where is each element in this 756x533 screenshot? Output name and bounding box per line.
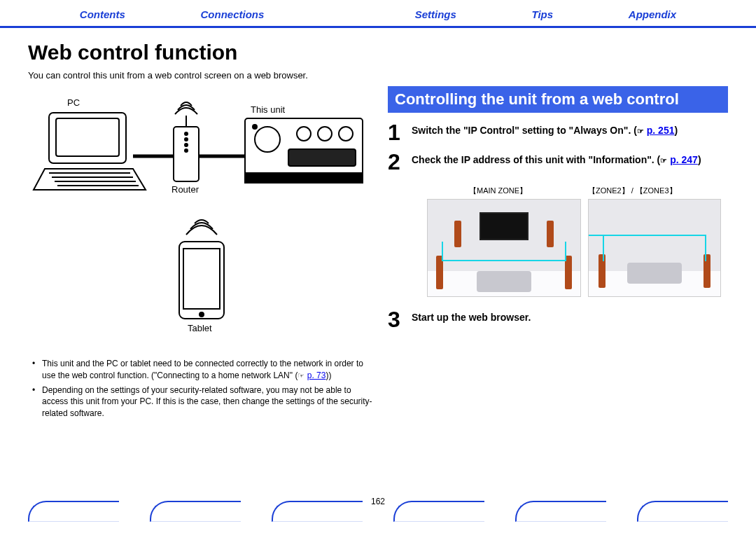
nav-appendix[interactable]: Appendix [629,8,676,20]
svg-point-16 [318,127,332,141]
nav-connections[interactable]: Connections [201,8,265,20]
svg-point-10 [185,144,188,146]
diagram-unit-label: This unit [251,104,286,115]
notes-section: This unit and the PC or tablet need to b… [28,358,378,420]
footer-curve [28,501,119,522]
svg-rect-1 [56,118,119,156]
step-3: 3 Start up the web browser. [388,308,728,331]
step-3-number: 3 [388,308,412,331]
page-title: Web control function [28,41,756,64]
zone-illustration: 【MAIN ZONE】 【ZONE2】 / 【ZONE3】 [427,186,728,297]
svg-rect-21 [183,249,220,309]
pointer-icon: ☞ [637,127,644,135]
network-diagram: PC [28,93,378,351]
section-subheader: Controlling the unit from a web control [388,86,728,113]
svg-point-15 [297,127,311,141]
top-nav: Contents Connections Settings Tips Appen… [0,0,756,28]
diagram-tablet-label: Tablet [188,323,212,333]
svg-point-11 [185,149,188,152]
step-2-number: 2 [388,151,412,173]
nav-settings[interactable]: Settings [415,8,456,20]
svg-point-19 [253,125,257,129]
link-p247[interactable]: p. 247 [670,154,698,165]
diagram-pc-label: PC [67,97,80,108]
link-p251[interactable]: p. 251 [647,125,675,136]
zone-main-room [427,199,581,297]
footer-curve [150,501,241,522]
step-1: 1 Switch the "IP Control" setting to "Al… [388,121,728,144]
svg-point-8 [185,132,188,135]
svg-point-9 [185,138,188,141]
zone-23-label: 【ZONE2】 / 【ZONE3】 [588,186,677,196]
svg-point-14 [255,127,280,152]
pointer-icon: ☞ [660,156,667,165]
link-p73[interactable]: p. 73 [307,371,326,380]
svg-point-17 [339,127,353,141]
footer-curve [637,501,728,522]
svg-rect-13 [245,173,363,183]
zone-main-label: 【MAIN ZONE】 [427,186,588,196]
intro-text: You can control this unit from a web con… [28,70,756,81]
nav-tips[interactable]: Tips [532,8,554,20]
diagram-router-label: Router [172,184,200,195]
footer-curve [393,501,484,522]
step-2: 2 Check the IP address of this unit with… [388,151,728,173]
svg-rect-18 [288,149,356,166]
zone-2-3-room [588,199,721,297]
note-2: Depending on the settings of your securi… [42,385,378,420]
step-1-number: 1 [388,121,412,144]
svg-point-22 [200,312,204,317]
footer-curve [272,501,363,522]
nav-contents[interactable]: Contents [80,8,125,20]
footer-curve [515,501,606,522]
note-1: This unit and the PC or tablet need to b… [42,358,378,382]
pointer-icon: ☞ [298,371,304,380]
footer-tabs [28,501,728,525]
